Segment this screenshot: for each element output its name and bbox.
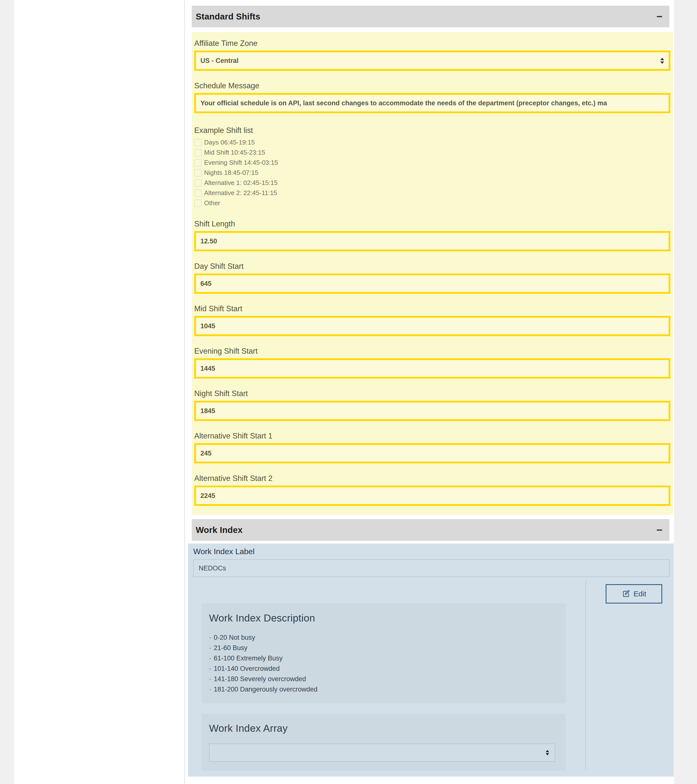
checkbox-evening-shift[interactable] — [194, 159, 202, 166]
description-item: · 181-200 Dangerously overcrowded — [209, 684, 558, 695]
work-index-panel: Work Index Label NEDOCs Work Index Descr… — [188, 544, 674, 777]
field-label: Schedule Message — [194, 81, 671, 91]
bullet-icon: · — [209, 664, 211, 674]
example-shift-list: Example Shift list Days 06:45-19:15 Mid … — [194, 125, 671, 208]
shift-option-row: Other — [194, 198, 671, 208]
checkbox-other[interactable] — [194, 199, 202, 207]
field-day-shift-start: Day Shift Start 645 — [194, 262, 671, 294]
shift-option-row: Alternative 1: 02:45-15:15 — [194, 178, 671, 188]
collapse-icon[interactable]: − — [656, 525, 662, 535]
checkbox-label: Days 06:45-19:15 — [204, 138, 255, 146]
shift-option-row: Mid Shift 10:45-23:15 — [194, 147, 671, 158]
field-schedule-message: Schedule Message Your official schedule … — [194, 81, 671, 113]
work-index-label-label: Work Index Label — [193, 547, 669, 557]
work-index-label-input[interactable]: NEDOCs — [193, 559, 670, 577]
collapse-icon[interactable]: − — [656, 12, 662, 21]
input-value: 1045 — [200, 322, 664, 330]
description-text: 101-140 Overcrowded — [214, 664, 280, 674]
checkbox-alternative-1[interactable] — [194, 179, 202, 187]
standard-shifts-panel: Affiliate Time Zone US - Central Schedul… — [192, 32, 673, 515]
field-label: Shift Length — [194, 219, 671, 229]
description-text: 0-20 Not busy — [214, 632, 255, 643]
bullet-icon: · — [209, 643, 211, 653]
description-text: 141-180 Severely overcrowded — [214, 674, 306, 684]
section-header-standard-shifts[interactable]: Standard Shifts − — [192, 6, 669, 27]
input-value: NEDOCs — [199, 565, 226, 572]
checkbox-label: Mid Shift 10:45-23:15 — [204, 149, 265, 156]
field-label: Alternative Shift Start 2 — [194, 474, 671, 483]
checkbox-nights[interactable] — [194, 169, 202, 176]
field-alternative-shift-start-1: Alternative Shift Start 1 245 — [194, 431, 671, 463]
affiliate-time-zone-select[interactable]: US - Central — [194, 51, 671, 71]
shift-option-row: Days 06:45-19:15 — [194, 137, 671, 147]
checkbox-mid-shift[interactable] — [194, 149, 202, 156]
input-value: 2245 — [200, 492, 664, 500]
field-label: Evening Shift Start — [194, 346, 671, 356]
description-item: · 141-180 Severely overcrowded — [209, 674, 558, 684]
work-index-actions-column: Edit — [586, 580, 669, 771]
select-arrows-icon — [660, 58, 664, 64]
shift-option-row: Alternative 2: 22:45-11:15 — [194, 188, 671, 198]
shift-option-row: Evening Shift 14:45-03:15 — [194, 158, 671, 168]
input-value: Your official schedule is on API, last s… — [200, 99, 664, 107]
description-title: Work Index Description — [209, 612, 558, 624]
section-title: Standard Shifts — [196, 12, 260, 21]
input-value: 645 — [200, 280, 664, 288]
field-label: Day Shift Start — [194, 262, 671, 271]
bullet-icon: · — [209, 684, 211, 695]
field-alternative-shift-start-2: Alternative Shift Start 2 2245 — [194, 474, 671, 506]
work-index-array-card: Work Index Array — [202, 714, 566, 771]
select-arrows-icon — [546, 750, 549, 755]
field-evening-shift-start: Evening Shift Start 1445 — [194, 346, 671, 379]
night-shift-start-input[interactable]: 1845 — [194, 401, 671, 421]
field-mid-shift-start: Mid Shift Start 1045 — [194, 304, 671, 336]
section-header-work-index[interactable]: Work Index − — [192, 519, 669, 541]
checkbox-label: Other — [204, 199, 220, 207]
checkbox-label: Alternative 2: 22:45-11:15 — [204, 189, 277, 197]
bullet-icon: · — [209, 653, 211, 664]
input-value: 1845 — [200, 407, 664, 415]
checkbox-alternative-2[interactable] — [194, 189, 202, 197]
description-text: 181-200 Dangerously overcrowded — [214, 684, 317, 695]
field-label: Night Shift Start — [194, 389, 671, 399]
description-text: 21-60 Busy — [214, 643, 248, 653]
description-item: · 101-140 Overcrowded — [209, 664, 558, 674]
input-value: 1445 — [200, 365, 664, 372]
work-index-description-card: Work Index Description · 0-20 Not busy ·… — [202, 603, 566, 703]
description-list: · 0-20 Not busy · 21-60 Busy · 61-100 Ex… — [209, 632, 558, 695]
edit-button-label: Edit — [634, 590, 646, 598]
work-index-body: Work Index Description · 0-20 Not busy ·… — [193, 580, 669, 771]
bullet-icon: · — [209, 674, 211, 684]
shift-option-row: Nights 18:45-07:15 — [194, 168, 671, 178]
checkbox-label: Alternative 1: 02:45-15:15 — [204, 179, 277, 187]
description-item: · 21-60 Busy — [209, 643, 558, 653]
description-text: 61-100 Extremely Busy — [214, 653, 282, 664]
field-label: Affiliate Time Zone — [194, 38, 671, 48]
page: Standard Shifts − Affiliate Time Zone US… — [0, 0, 697, 784]
bullet-icon: · — [209, 632, 211, 643]
work-index-details-column: Work Index Description · 0-20 Not busy ·… — [193, 580, 586, 771]
mid-shift-start-input[interactable]: 1045 — [194, 316, 671, 336]
selected-value: US - Central — [200, 57, 657, 64]
shift-length-input[interactable]: 12.50 — [194, 231, 671, 251]
description-item: · 61-100 Extremely Busy — [209, 653, 558, 664]
description-item: · 0-20 Not busy — [209, 632, 558, 643]
field-shift-length: Shift Length 12.50 — [194, 219, 671, 251]
field-affiliate-time-zone: Affiliate Time Zone US - Central — [194, 38, 671, 71]
alternative-shift-start-1-input[interactable]: 245 — [194, 443, 671, 463]
settings-form: Standard Shifts − Affiliate Time Zone US… — [185, 0, 674, 777]
edit-button[interactable]: Edit — [606, 584, 662, 603]
array-title: Work Index Array — [209, 723, 558, 734]
field-night-shift-start: Night Shift Start 1845 — [194, 389, 671, 421]
checkbox-days[interactable] — [194, 139, 202, 146]
field-label: Alternative Shift Start 1 — [194, 431, 671, 441]
section-title: Work Index — [196, 525, 243, 535]
day-shift-start-input[interactable]: 645 — [194, 273, 671, 294]
work-index-array-select[interactable] — [209, 744, 555, 762]
alternative-shift-start-2-input[interactable]: 2245 — [194, 486, 671, 506]
edit-pencil-icon — [622, 590, 631, 598]
evening-shift-start-input[interactable]: 1445 — [194, 358, 671, 379]
checkbox-label: Evening Shift 14:45-03:15 — [204, 159, 278, 166]
schedule-message-input[interactable]: Your official schedule is on API, last s… — [194, 93, 671, 113]
checkbox-label: Nights 18:45-07:15 — [204, 169, 258, 176]
